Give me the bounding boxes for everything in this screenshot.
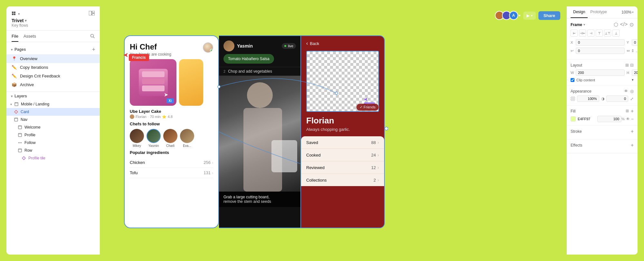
step-item: 2 Chop and add vegetables (219, 67, 300, 76)
align-top-btn[interactable]: ⊤ (596, 30, 603, 37)
eye-icon[interactable]: 👁 (624, 89, 628, 94)
eye-fill-icon[interactable]: 👁 (626, 117, 630, 121)
add-stroke-icon[interactable]: + (631, 129, 634, 134)
layer-profile-tile[interactable]: Profile tile (6, 154, 100, 162)
video-caption: Grab a large cutting board, remove the s… (219, 192, 300, 207)
svg-rect-0 (12, 12, 14, 13)
project-subtitle: Key flows (12, 23, 95, 28)
remove-fill-icon[interactable]: − (631, 117, 634, 121)
play-chevron: ▾ (531, 14, 533, 17)
h-field: H (627, 69, 638, 76)
svg-rect-4 (89, 11, 91, 15)
share-button[interactable]: Share (538, 11, 560, 20)
r-field: ↩ (571, 48, 625, 54)
svg-rect-5 (92, 11, 95, 13)
pages-label: ▾ Pages (11, 47, 26, 52)
profile-stats: Saved 88 › Cooked 24 › R (301, 136, 384, 186)
frame-icon-welcome (18, 125, 22, 129)
expand-icon[interactable]: ⤢ (630, 96, 634, 101)
clip-content-row: Clip content ▾ (571, 78, 634, 82)
frame-icon-row (18, 148, 22, 152)
fill-color-swatch[interactable] (571, 116, 576, 122)
page-item-design-crit[interactable]: ✏️ Design Crit Feedback (6, 72, 100, 80)
layer-welcome[interactable]: Welcome (6, 123, 100, 131)
add-page-button[interactable]: + (92, 47, 95, 52)
layer-nav[interactable]: Nav (6, 116, 100, 123)
back-button[interactable]: ‹ Back (301, 36, 384, 51)
align-bottom-btn[interactable]: ⊥ (612, 30, 620, 37)
opacity-row: ◑ ⤢ (571, 95, 634, 102)
r-row: ↩ ⇔ ⇕ … (571, 48, 634, 54)
xy-row: X Y (571, 39, 634, 46)
align-middle-v-btn[interactable]: ⊥⊤ (604, 30, 611, 37)
r-input[interactable] (576, 48, 625, 54)
fill-opacity-input[interactable] (597, 116, 621, 122)
search-icon[interactable] (90, 34, 95, 42)
tab-design[interactable]: Design (571, 6, 588, 18)
fill-action-icons: 👁 − (626, 117, 634, 121)
r-label: ↩ (571, 49, 574, 53)
blend-input[interactable] (606, 95, 629, 102)
layer-follow[interactable]: Follow (6, 139, 100, 147)
frame-dropdown[interactable]: Frame ▾ (571, 22, 585, 27)
flip-v-icon[interactable]: ⇕ (631, 49, 634, 53)
frame-mobile: Hi Chef Your friends are cooking (124, 35, 219, 228)
project-name[interactable]: Trivet ▾ (12, 18, 95, 23)
frame-profile: ‹ Back Alex ➤ ✓ Friends Florian Always c… (301, 35, 385, 228)
layer-row[interactable]: Row (6, 147, 100, 154)
more-icon[interactable]: … (636, 49, 638, 53)
tab-assets[interactable]: Assets (24, 34, 36, 42)
page-item-copy-iterations[interactable]: ✏️ Copy Iterations (6, 63, 100, 72)
clip-content-checkbox[interactable] (571, 78, 574, 82)
page-item-archive[interactable]: 📦 Archive (6, 80, 100, 89)
layer-card[interactable]: Card (6, 108, 100, 116)
flip-h-icon[interactable]: ⇔ (627, 49, 630, 53)
percent-label: % (621, 117, 625, 121)
grid-icon[interactable]: ▾ (12, 11, 20, 16)
prototype-link-icon[interactable]: ⊙ (630, 22, 634, 28)
svg-rect-6 (92, 14, 95, 15)
layers-label: ▾ Layers (11, 94, 27, 98)
zoom-control[interactable]: 100% ▾ (621, 6, 634, 18)
add-layout-icon[interactable]: ⊞ (625, 63, 629, 68)
blend-icon[interactable]: ◎ (630, 89, 634, 94)
layer-mobile-landing[interactable]: ▾ Mobile / Landing (6, 100, 100, 108)
pages-section-header[interactable]: ▾ Pages + (6, 45, 100, 54)
align-center-h-btn[interactable]: ⊣⊢ (579, 30, 586, 37)
fill-hex-value[interactable]: E4FF97 (578, 117, 597, 121)
panel-header: ▾ Trivet ▾ Key flows (6, 6, 100, 31)
align-left-btn[interactable]: ⊢ (571, 30, 578, 37)
layer-profile[interactable]: Profile (6, 131, 100, 139)
y-input[interactable] (632, 39, 638, 46)
svg-point-25 (385, 127, 388, 130)
page-item-overview[interactable]: 📍 Overview (6, 54, 100, 63)
chefs-avatars-row: Mikey Yasmin Charli Eva... (130, 129, 213, 148)
play-button[interactable]: ▶ ▾ (523, 12, 536, 20)
h-input[interactable] (632, 69, 638, 76)
component-icon[interactable]: ⬡ (614, 22, 618, 28)
add-fill-icon[interactable]: + (631, 109, 634, 114)
add-effect-icon[interactable]: + (631, 143, 634, 148)
layers-section-header[interactable]: ▾ Layers (6, 92, 100, 100)
w-input[interactable] (576, 69, 625, 76)
user-avatar-frame1 (203, 42, 213, 53)
fill-grid-icon[interactable]: ⊞ (626, 109, 629, 114)
frame-icon-profile (18, 133, 22, 137)
x-input[interactable] (576, 39, 625, 46)
tab-file[interactable]: File (12, 34, 18, 42)
y-label: Y (627, 40, 630, 44)
stat-collections: Collections 2 › (301, 174, 384, 186)
yasmin-avatar (223, 40, 234, 51)
author-avatar (130, 114, 134, 119)
tab-prototype[interactable]: Prototype (588, 6, 609, 18)
align-right-btn[interactable]: ⊣ (587, 30, 594, 37)
opacity-input[interactable] (577, 95, 599, 102)
layout-toggle-icon[interactable] (89, 11, 95, 17)
stat-reviewed: Reviewed 12 › (301, 161, 384, 174)
dots-icon (18, 141, 22, 145)
recipe-cards-row: Xi ➤ (125, 59, 218, 106)
clip-dropdown[interactable]: ▾ (632, 78, 634, 82)
grid-layout-icon[interactable]: ⊟ (630, 63, 634, 68)
code-icon[interactable]: </> (620, 22, 628, 28)
friends-badge[interactable]: ✓ Friends (356, 104, 379, 111)
